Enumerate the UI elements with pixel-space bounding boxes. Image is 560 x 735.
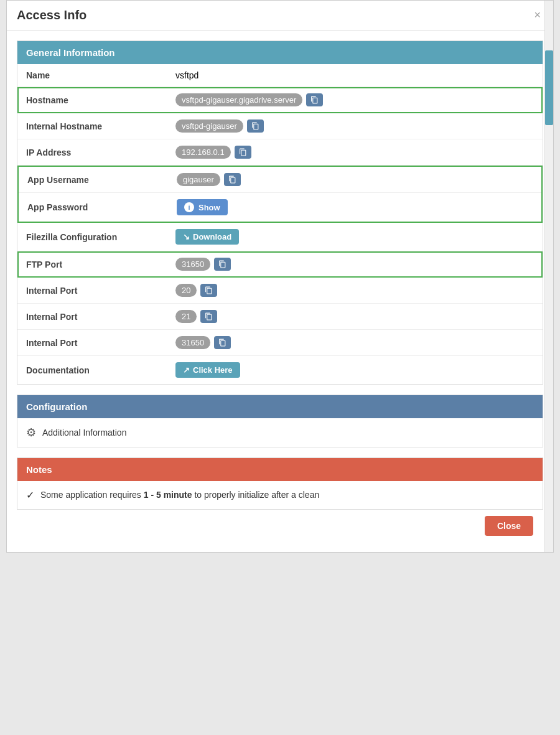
internal-hostname-copy-button[interactable]	[247, 119, 264, 133]
app-username-badge: gigauser	[177, 173, 220, 186]
documentation-row: Documentation ↗ Click Here	[17, 356, 543, 384]
general-info-header: General Information	[17, 41, 543, 64]
additional-info-label: Additional Information	[42, 428, 126, 438]
internal-port-20-copy-button[interactable]	[200, 284, 217, 297]
ip-address-copy-button[interactable]	[235, 146, 251, 159]
internal-port-21-copy-button[interactable]	[200, 310, 217, 323]
app-username-copy-button[interactable]	[224, 173, 241, 186]
ip-address-row: IP Address 192.168.0.1	[17, 139, 543, 166]
name-label: Name	[26, 70, 175, 80]
modal-title: Access Info	[17, 8, 86, 22]
internal-hostname-row: Internal Hostname vsftpd-gigauser	[17, 113, 543, 139]
note-text: Some application requires 1 - 5 minute t…	[40, 489, 319, 502]
internal-port-20-badge: 20	[175, 284, 197, 297]
documentation-label: Documentation	[26, 365, 175, 375]
scrollbar[interactable]	[544, 1, 553, 552]
hostname-copy-button[interactable]	[306, 93, 323, 106]
internal-port-21-label: Internal Port	[26, 312, 175, 322]
modal-body: General Information Name vsftpd Hostname…	[7, 30, 553, 552]
app-password-value: i Show	[177, 199, 228, 215]
info-icon: i	[184, 202, 194, 212]
gear-icon: ⚙	[26, 426, 36, 439]
ftp-port-row: FTP Port 31650	[17, 251, 543, 278]
app-password-label: App Password	[27, 202, 177, 212]
internal-port-31650-badge: 31650	[175, 336, 210, 349]
ftp-port-label: FTP Port	[26, 260, 175, 269]
scrollbar-thumb[interactable]	[545, 50, 553, 125]
click-here-button[interactable]: ↗ Click Here	[175, 362, 240, 378]
ip-address-value: 192.168.0.1	[175, 146, 251, 159]
general-information-section: General Information Name vsftpd Hostname…	[17, 40, 543, 385]
ftp-port-value: 31650	[175, 258, 231, 271]
ip-address-label: IP Address	[26, 147, 175, 157]
internal-hostname-label: Internal Hostname	[26, 121, 175, 131]
internal-port-31650-row: Internal Port 31650	[17, 330, 543, 356]
documentation-value: ↗ Click Here	[175, 362, 240, 378]
internal-port-20-row: Internal Port 20	[17, 278, 543, 304]
close-icon[interactable]: ×	[531, 9, 543, 22]
name-text: vsftpd	[175, 70, 198, 80]
modal-header: Access Info ×	[7, 1, 553, 30]
close-button[interactable]: Close	[485, 516, 533, 536]
ftp-port-badge: 31650	[175, 258, 210, 271]
ip-address-badge: 192.168.0.1	[175, 146, 231, 159]
internal-port-31650-label: Internal Port	[26, 338, 175, 348]
hostname-value: vsftpd-gigauser.gigadrive.server	[175, 93, 323, 106]
app-username-value: gigauser	[177, 173, 241, 186]
hostname-badge: vsftpd-gigauser.gigadrive.server	[175, 93, 302, 106]
download-label: Download	[193, 232, 231, 241]
app-username-label: App Username	[27, 175, 177, 185]
click-here-label: Click Here	[193, 365, 233, 375]
internal-port-21-badge: 21	[175, 310, 197, 323]
internal-hostname-value: vsftpd-gigauser	[175, 119, 264, 133]
internal-port-21-value: 21	[175, 310, 217, 323]
download-button[interactable]: ↘ Download	[175, 229, 239, 245]
filezilla-value: ↘ Download	[175, 229, 239, 245]
internal-port-31650-copy-button[interactable]	[214, 336, 231, 349]
download-icon: ↘	[183, 232, 190, 241]
internal-port-31650-value: 31650	[175, 336, 231, 349]
show-password-button[interactable]: i Show	[177, 199, 228, 215]
notes-section: Notes ✓ Some application requires 1 - 5 …	[17, 457, 543, 510]
internal-hostname-badge: vsftpd-gigauser	[175, 119, 243, 133]
filezilla-label: Filezilla Configuration	[26, 232, 175, 242]
configuration-header: Configuration	[17, 395, 543, 418]
app-password-row: App Password i Show	[19, 193, 541, 222]
external-link-icon: ↗	[183, 365, 190, 375]
ftp-port-copy-button[interactable]	[214, 258, 231, 271]
checkmark-icon: ✓	[26, 489, 34, 501]
credentials-group: App Username gigauser App Password	[17, 166, 543, 223]
modal-footer: Close	[17, 510, 543, 542]
configuration-section: Configuration ⚙ Additional Information	[17, 395, 543, 447]
hostname-label: Hostname	[26, 95, 175, 105]
notes-header: Notes	[17, 458, 543, 481]
name-row: Name vsftpd	[17, 64, 543, 87]
filezilla-row: Filezilla Configuration ↘ Download	[17, 223, 543, 251]
notes-content: ✓ Some application requires 1 - 5 minute…	[17, 481, 543, 509]
app-username-row: App Username gigauser	[19, 167, 541, 193]
additional-info-row: ⚙ Additional Information	[17, 418, 543, 447]
hostname-row: Hostname vsftpd-gigauser.gigadrive.serve…	[17, 87, 543, 113]
modal: Access Info × General Information Name v…	[6, 0, 554, 553]
show-password-label: Show	[198, 203, 220, 212]
internal-port-20-value: 20	[175, 284, 217, 297]
internal-port-21-row: Internal Port 21	[17, 304, 543, 330]
name-value: vsftpd	[175, 70, 198, 80]
internal-port-20-label: Internal Port	[26, 286, 175, 296]
